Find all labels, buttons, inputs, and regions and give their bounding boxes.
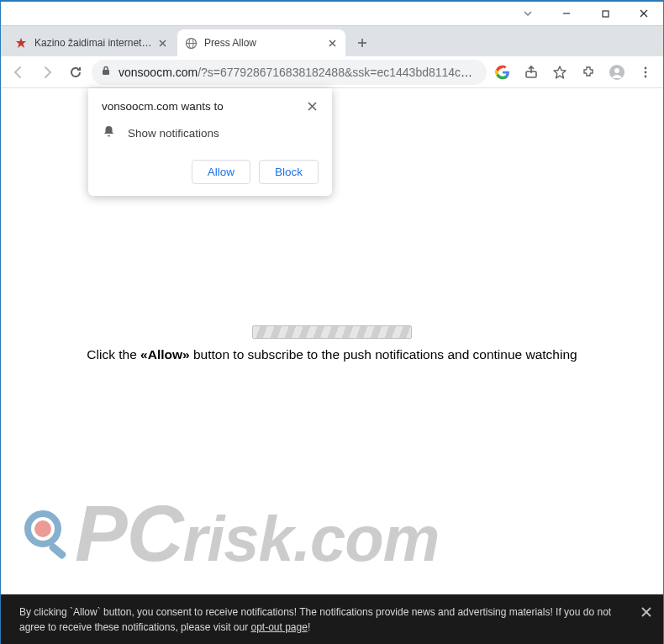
permission-origin-text: vonsoocm.com wants to	[102, 100, 306, 113]
page-content: vonsoocm.com wants to Show notifications…	[1, 88, 663, 644]
window-dropdown-button[interactable]	[509, 2, 547, 25]
forward-button[interactable]	[34, 60, 60, 85]
consent-close-button[interactable]	[641, 603, 651, 623]
consent-text: By clicking `Allow` button, you consent …	[19, 606, 611, 633]
browser-toolbar: vonsoocm.com/?s=6779286716838182488&ssk=…	[1, 56, 663, 88]
svg-rect-1	[603, 11, 609, 17]
svg-rect-24	[48, 542, 67, 560]
tab-title: Press Allow	[204, 37, 325, 49]
instruction-text: Click the «Allow» button to subscribe to…	[1, 347, 663, 362]
allow-button[interactable]: Allow	[192, 160, 250, 184]
address-bar[interactable]: vonsoocm.com/?s=6779286716838182488&ssk=…	[92, 60, 487, 85]
window-minimize-button[interactable]	[547, 2, 586, 25]
pcrisk-watermark: PCrisk.com	[21, 488, 439, 579]
new-tab-button[interactable]	[350, 31, 374, 55]
permission-line: Show notifications	[128, 127, 219, 140]
svg-point-23	[34, 520, 51, 537]
svg-point-18	[645, 71, 647, 73]
tab-close-button[interactable]	[155, 36, 169, 50]
bell-icon	[102, 124, 116, 141]
svg-point-16	[614, 68, 619, 73]
google-search-icon[interactable]	[490, 60, 515, 85]
bookmark-button[interactable]	[547, 60, 572, 85]
page-center: Click the «Allow» button to subscribe to…	[1, 325, 663, 362]
url-text: vonsoocm.com/?s=6779286716838182488&ssk=…	[119, 66, 478, 79]
window-titlebar	[1, 1, 663, 26]
tab-title: Kazino žaidimai internetu | Online	[34, 37, 155, 49]
back-button[interactable]	[6, 60, 31, 85]
notification-permission-dialog: vonsoocm.com wants to Show notifications…	[88, 88, 332, 196]
window-maximize-button[interactable]	[586, 2, 624, 25]
tab-background[interactable]: Kazino žaidimai internetu | Online	[8, 29, 176, 56]
lock-icon	[100, 65, 112, 79]
browser-window: Kazino žaidimai internetu | Online Press…	[0, 0, 664, 644]
share-button[interactable]	[519, 60, 544, 85]
magnifier-icon	[21, 507, 75, 561]
permission-close-button[interactable]	[306, 100, 319, 113]
favicon-red-star-icon	[14, 36, 28, 50]
svg-point-19	[645, 75, 647, 77]
svg-point-17	[645, 66, 647, 69]
tab-active[interactable]: Press Allow	[177, 29, 345, 56]
block-button[interactable]: Block	[259, 160, 319, 184]
opt-out-link[interactable]: opt-out page	[250, 621, 307, 633]
tab-strip: Kazino žaidimai internetu | Online Press…	[1, 26, 663, 56]
reload-button[interactable]	[63, 60, 88, 85]
tab-close-button[interactable]	[325, 36, 339, 50]
fake-progress-bar	[252, 325, 412, 339]
profile-button[interactable]	[604, 60, 630, 85]
svg-rect-13	[103, 70, 109, 75]
consent-bar: By clicking `Allow` button, you consent …	[1, 594, 663, 644]
favicon-globe-icon	[184, 36, 198, 50]
extensions-button[interactable]	[576, 60, 601, 85]
window-close-button[interactable]	[624, 2, 663, 25]
menu-button[interactable]	[633, 60, 658, 85]
